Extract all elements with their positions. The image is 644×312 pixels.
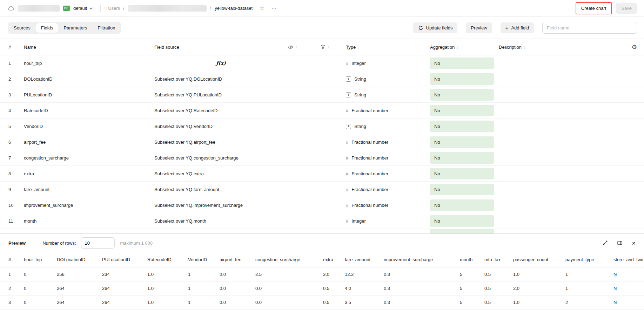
table-row[interactable]: 7 congestion_surcharge Subselect over YQ…: [0, 150, 644, 166]
col-aggregation[interactable]: Aggregation↓: [430, 45, 499, 50]
col-name[interactable]: Name↓: [24, 45, 154, 50]
field-source: Subselect over YQ.month: [154, 218, 288, 224]
field-type: #Fractional number: [346, 187, 430, 192]
table-row[interactable]: 1 hour_trip ƒ(x) #Integer No: [0, 55, 644, 71]
preview-row: 1 0 256 234 1.0 1 0.0 2.5 3.0 12.2 0.3 5…: [0, 267, 644, 282]
update-fields-button[interactable]: Update fields: [413, 22, 458, 33]
rows-count-label: Number of rows:: [42, 240, 76, 246]
field-source: Subselect over YQ.fare_amount: [154, 187, 288, 192]
field-name: RatecodeID: [24, 108, 154, 113]
string-type-icon: T: [346, 124, 351, 129]
table-row[interactable]: 3 PULocationID Subselect over YQ.PULocat…: [0, 87, 644, 103]
field-type: TString: [346, 124, 430, 129]
row-index: 11: [8, 218, 24, 224]
add-field-button[interactable]: + Add field: [501, 22, 534, 33]
field-source: Subselect over YQ.VendorID: [154, 124, 288, 129]
aggregation-select[interactable]: No: [430, 168, 494, 179]
chevron-down-icon[interactable]: [89, 7, 93, 9]
table-row-partial: [0, 229, 644, 233]
col-index: #: [8, 45, 24, 50]
aggregation-select[interactable]: No: [430, 215, 494, 227]
field-name: fare_amount: [24, 187, 154, 192]
field-name-search-input[interactable]: [542, 22, 637, 34]
aggregation-select[interactable]: No: [430, 136, 494, 148]
aggregation-select[interactable]: No: [430, 152, 494, 164]
cloud-icon: [8, 6, 14, 11]
field-name: airport_fee: [24, 140, 154, 145]
row-index: 3: [8, 92, 24, 97]
col-field-source[interactable]: Field source↓: [154, 45, 288, 50]
field-source: Subselect over YQ.DOLocationID: [154, 76, 288, 82]
field-name: VendorID: [24, 124, 154, 129]
aggregation-select[interactable]: No: [430, 57, 494, 69]
col-visibility[interactable]: ↓: [288, 44, 321, 50]
field-source: Subselect over YQ.congestion_surcharge: [154, 155, 288, 161]
breadcrumb-root[interactable]: Users: [108, 6, 120, 11]
close-icon[interactable]: ×: [632, 240, 636, 246]
number-type-icon: #: [346, 203, 348, 208]
row-index: 4: [8, 108, 24, 113]
save-button[interactable]: Save: [616, 3, 637, 14]
string-type-icon: T: [346, 76, 351, 82]
table-row[interactable]: 5 VendorID Subselect over YQ.VendorID TS…: [0, 118, 644, 134]
field-type: TString: [346, 76, 430, 82]
number-type-icon: #: [346, 218, 348, 224]
field-name: DOLocationID: [24, 76, 154, 82]
expand-icon[interactable]: [602, 240, 608, 246]
row-index: 1: [8, 61, 24, 66]
table-row[interactable]: 11 month Subselect over YQ.month #Intege…: [0, 213, 644, 229]
environment-badge: DE: [63, 6, 70, 11]
aggregation-select[interactable]: No: [430, 89, 494, 101]
split-view-icon[interactable]: [617, 240, 623, 246]
sort-icon: ↓: [181, 45, 183, 50]
field-type: TString: [346, 92, 430, 97]
breadcrumb-separator: /: [210, 6, 211, 11]
aggregation-select[interactable]: No: [430, 199, 494, 211]
tab-parameters[interactable]: Parameters: [59, 23, 92, 33]
number-type-icon: #: [346, 171, 348, 176]
preview-panel: Preview Number of rows: maximum 1 000 × …: [0, 233, 644, 310]
tab-filtration[interactable]: Filtration: [93, 23, 120, 33]
col-filter[interactable]: ↓: [321, 45, 346, 49]
create-chart-button[interactable]: Create chart: [577, 4, 611, 13]
field-source: Subselect over YQ.airport_fee: [154, 140, 288, 145]
aggregation-select[interactable]: No: [430, 184, 494, 195]
aggregation-select[interactable]: No: [430, 105, 494, 116]
preview-header-bar: Preview Number of rows: maximum 1 000 ×: [0, 234, 644, 252]
sort-icon: ↓: [456, 45, 458, 50]
preview-title: Preview: [8, 240, 26, 246]
field-type: #Fractional number: [346, 171, 430, 176]
number-type-icon: #: [346, 187, 348, 192]
preview-row: 2 0 264 264 1.0 1 0.0 0.0 0.5 4.0 0.3 5 …: [0, 282, 644, 296]
folder-selector[interactable]: default: [73, 6, 87, 11]
table-row[interactable]: 4 RatecodeID Subselect over YQ.RatecodeI…: [0, 103, 644, 118]
table-row[interactable]: 9 fare_amount Subselect over YQ.fare_amo…: [0, 182, 644, 197]
table-row[interactable]: 2 DOLocationID Subselect over YQ.DOLocat…: [0, 71, 644, 87]
fields-table-header: # Name↓ Field source↓ ↓ ↓ Type↓ Aggregat…: [0, 39, 644, 55]
table-row[interactable]: 10 improvement_surcharge Subselect over …: [0, 197, 644, 213]
row-index: 10: [8, 203, 24, 208]
rows-max-hint: maximum 1 000: [120, 240, 153, 246]
table-settings-gear-icon[interactable]: ⚙: [632, 43, 637, 51]
tab-sources[interactable]: Sources: [9, 23, 35, 33]
sort-icon: ↓: [295, 45, 297, 49]
eye-off-icon: [288, 44, 294, 50]
table-row[interactable]: 8 extra Subselect over YQ.extra #Fractio…: [0, 166, 644, 182]
row-index: 5: [8, 124, 24, 129]
aggregation-select[interactable]: No: [430, 121, 494, 132]
col-description[interactable]: Description↓: [499, 45, 619, 50]
tab-fields[interactable]: Fields: [36, 23, 58, 33]
preview-toggle-button[interactable]: Preview: [466, 22, 492, 33]
col-type[interactable]: Type↓: [346, 45, 430, 50]
table-row[interactable]: 6 airport_fee Subselect over YQ.airport_…: [0, 134, 644, 150]
dataset-toolbar: Sources Fields Parameters Filtration Upd…: [0, 17, 644, 39]
field-name: extra: [24, 171, 154, 176]
section-tabs: Sources Fields Parameters Filtration: [8, 22, 121, 34]
aggregation-select[interactable]: No: [430, 73, 494, 85]
rows-count-input[interactable]: [81, 237, 115, 249]
more-menu-icon[interactable]: ⋯: [271, 5, 277, 12]
sort-icon: ↓: [523, 45, 525, 50]
field-name: month: [24, 218, 154, 224]
funnel-icon: [321, 45, 326, 49]
favorite-star-icon[interactable]: ☆: [259, 5, 264, 12]
